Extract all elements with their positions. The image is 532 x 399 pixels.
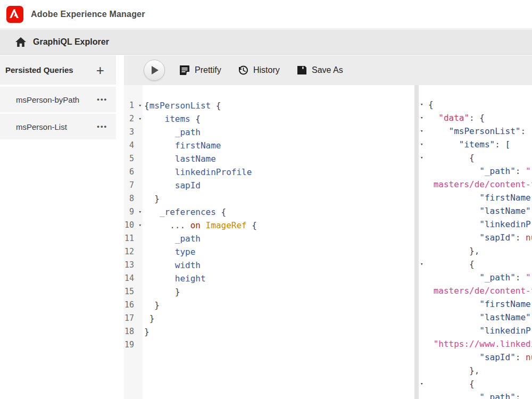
prettify-label: Prettify	[195, 65, 221, 75]
fold-arrow-icon[interactable]: ▾	[420, 151, 423, 164]
code-token: "	[526, 272, 531, 282]
response-row: "https://www.linkedi	[428, 337, 532, 351]
fold-arrow-icon[interactable]: ▾	[139, 205, 142, 219]
response-row: ▾ {	[428, 151, 532, 164]
save-as-button[interactable]: Save As	[297, 55, 343, 85]
code-token: }	[144, 313, 154, 323]
code-token: },	[428, 365, 479, 376]
fold-arrow-icon[interactable]: ▾	[139, 99, 142, 112]
ellipsis-menu-icon[interactable]: •••	[97, 122, 107, 130]
sidebar-item-msperson-list[interactable]: msPerson-List •••	[0, 114, 116, 139]
fold-arrow-icon[interactable]: ▾	[139, 219, 142, 232]
fold-arrow-icon[interactable]: ▾	[420, 138, 423, 151]
fold-arrow-icon[interactable]: ▾	[420, 257, 423, 271]
code-token	[428, 153, 469, 163]
response-row: },	[428, 244, 532, 257]
response-row: ▾ "msPersonList":	[428, 124, 532, 138]
fold-arrow-icon[interactable]: ▾	[420, 377, 423, 390]
code-token: lastName	[175, 154, 216, 164]
sidebar-item-msperson-bypath[interactable]: msPerson-byPath •••	[0, 87, 116, 112]
fold-arrow-icon[interactable]: ▾	[420, 98, 423, 111]
fold-arrow-icon[interactable]: ▾	[420, 124, 423, 138]
response-row: ▾ "items": [	[428, 138, 532, 151]
code-token: masters/de/content-f	[434, 286, 532, 296]
subheader-bar: GraphiQL Explorer	[0, 30, 532, 55]
code-token: }	[144, 287, 180, 297]
history-button[interactable]: History	[238, 55, 280, 85]
code-token: "linkedinProfile"	[479, 326, 532, 336]
code-token	[428, 166, 479, 176]
ellipsis-menu-icon[interactable]: •••	[97, 95, 107, 103]
code-line: firstName	[144, 139, 414, 152]
code-token: null	[526, 352, 532, 362]
code-token: {	[144, 101, 149, 111]
code-token	[428, 139, 459, 149]
code-token: :	[516, 166, 526, 176]
persisted-queries-header: Persisted Queries +	[0, 55, 116, 85]
app-header: Adobe Experience Manager	[0, 0, 532, 29]
code-token: msPersonList	[149, 101, 211, 111]
code-token: "_path"	[479, 392, 515, 399]
code-token	[428, 352, 479, 362]
code-token	[428, 326, 479, 336]
code-line: }	[144, 285, 414, 298]
execute-query-button[interactable]	[144, 60, 165, 81]
code-token: },	[428, 246, 479, 256]
code-token: on	[190, 220, 201, 230]
code-token: height	[175, 273, 206, 284]
code-line: }	[144, 298, 414, 312]
response-row: ▾ {	[428, 377, 532, 390]
fold-arrow-icon[interactable]: ▾	[420, 111, 423, 124]
code-token: width	[175, 260, 201, 270]
code-token	[428, 312, 479, 322]
graphiql-main: Prettify History Save As 1▾2▾3456789▾10▾…	[124, 55, 532, 399]
page-title: GraphiQL Explorer	[33, 37, 109, 47]
code-token: "data"	[438, 113, 469, 123]
code-token: "_path"	[479, 272, 515, 282]
code-line: sapId	[144, 179, 414, 192]
response-row: },	[428, 364, 532, 377]
code-token: "linkedinProfile"	[479, 219, 532, 229]
code-token	[428, 299, 479, 309]
code-token	[144, 127, 175, 137]
panel-resize-handle[interactable]	[414, 85, 419, 399]
code-token: {	[428, 99, 434, 110]
code-line: lastName	[144, 152, 414, 165]
graphiql-workspace: 1▾2▾3456789▾10▾111213141516171819 {msPer…	[124, 85, 532, 399]
response-row: "lastName":	[428, 204, 532, 218]
code-token: "items"	[459, 139, 495, 149]
fold-arrow-icon[interactable]: ▾	[139, 112, 142, 126]
history-label: History	[253, 65, 280, 75]
code-token: "firstName"	[479, 193, 532, 203]
code-token: : [	[495, 139, 510, 149]
prettify-button[interactable]: Prettify	[180, 55, 221, 85]
line-number: 15	[124, 285, 143, 298]
code-token	[428, 113, 438, 123]
code-token: _path	[175, 127, 201, 137]
response-row: "lastName":	[428, 311, 532, 324]
code-token: : {	[469, 113, 485, 123]
code-line: _references {	[144, 205, 414, 219]
code-token: "	[526, 166, 531, 176]
code-token: {	[469, 379, 475, 389]
code-token	[428, 206, 479, 216]
code-token: :	[516, 392, 526, 399]
code-token: items	[165, 114, 190, 124]
response-row: ▾{	[428, 98, 532, 111]
line-number: 12	[124, 245, 143, 259]
code-token: {	[190, 114, 201, 124]
add-query-button[interactable]: +	[96, 63, 104, 77]
code-token	[428, 179, 434, 189]
line-number: 3	[124, 126, 143, 139]
code-token	[144, 154, 175, 164]
history-clock-icon	[238, 65, 248, 76]
save-floppy-icon	[297, 65, 307, 75]
home-icon[interactable]	[15, 37, 27, 47]
code-token	[428, 219, 479, 229]
query-editor[interactable]: {msPersonList { items { _path firstName …	[143, 85, 414, 399]
prettify-icon	[180, 65, 190, 75]
response-row: "_path": "	[428, 164, 532, 178]
code-token: ImageRef	[206, 220, 247, 230]
code-token: :	[516, 272, 526, 282]
code-line: }	[144, 325, 414, 338]
